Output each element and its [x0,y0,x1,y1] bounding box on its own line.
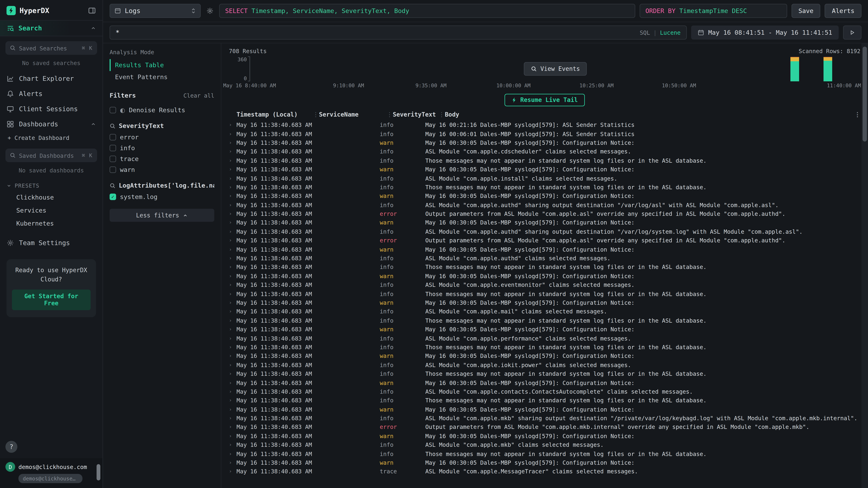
sidebar-preset-item[interactable]: Clickhouse [0,191,102,204]
log-row[interactable]: ›May 16 11:38:40.683 AMinfoASL Module "c… [229,174,860,183]
alerts-button[interactable]: Alerts [825,4,862,18]
log-row[interactable]: ›May 16 11:38:40.683 AMwarnMay 16 00:30:… [229,405,860,414]
query-settings-gear-icon[interactable] [205,6,215,16]
column-resize-handle[interactable]: ⋮ [386,111,393,118]
chevron-right-icon[interactable]: › [229,353,237,359]
chevron-right-icon[interactable]: › [229,327,237,332]
chevron-right-icon[interactable]: › [229,460,237,465]
view-events-button[interactable]: View Events [524,62,587,76]
filter-option-system.log[interactable]: ✓system.log [110,191,214,202]
run-query-button[interactable] [843,26,862,40]
column-header-severitytext[interactable]: SeverityText [393,111,438,118]
analysis-mode-option[interactable]: Event Patterns [110,71,214,83]
log-row[interactable]: ›May 16 11:38:40.683 AMinfoASL Module "c… [229,200,860,209]
log-row[interactable]: ›May 16 11:38:40.683 AMwarnMay 16 00:30:… [229,218,860,227]
chevron-right-icon[interactable]: › [229,220,237,225]
log-row[interactable]: ›May 16 11:38:40.683 AMtraceASL Module "… [229,467,860,476]
chevron-right-icon[interactable]: › [229,398,237,403]
chevron-right-icon[interactable]: › [229,469,237,474]
log-row[interactable]: ›May 16 11:38:40.683 AMinfoASL Module "c… [229,414,860,423]
log-row[interactable]: ›May 16 11:38:40.683 AMinfoThose message… [229,183,860,191]
chevron-right-icon[interactable]: › [229,122,237,128]
sql-select-input[interactable]: SELECT Timestamp, ServiceName, SeverityT… [219,4,635,18]
column-header-servicename[interactable]: ServiceName [319,111,386,118]
analysis-mode-option[interactable]: Results Table [110,59,214,71]
histogram-bar[interactable] [790,57,799,81]
chevron-right-icon[interactable]: › [229,282,237,288]
user-bar[interactable]: D demos@clickhouse.com demos@clickhouse.… [0,458,102,488]
log-row[interactable]: ›May 16 11:38:40.683 AMinfoThose message… [229,449,860,458]
chevron-right-icon[interactable]: › [229,371,237,376]
log-row[interactable]: ›May 16 11:38:40.683 AMinfoThose message… [229,396,860,405]
filter-option-trace[interactable]: trace [110,154,214,164]
help-button[interactable]: ? [5,441,18,453]
chevron-right-icon[interactable]: › [229,433,237,438]
chevron-right-icon[interactable]: › [229,380,237,385]
log-row[interactable]: ›May 16 11:38:40.683 AMinfoASL Module "c… [229,360,860,369]
sql-orderby-input[interactable]: ORDER BY TimestampTime DESC [640,4,787,18]
log-row[interactable]: ›May 16 11:38:40.683 AMerrorOutput param… [229,423,860,431]
column-header-body[interactable]: Body [445,111,860,118]
chevron-right-icon[interactable]: › [229,175,237,181]
get-started-button[interactable]: Get Started for Free [12,290,91,310]
log-row[interactable]: ›May 16 11:38:40.683 AMinfoASL Module "c… [229,387,860,396]
log-row[interactable]: ›May 16 11:38:40.683 AMinfoThose message… [229,369,860,378]
sidebar-scrollbar-thumb[interactable] [97,464,100,480]
log-row[interactable]: ›May 16 11:38:40.683 AMwarnMay 16 00:30:… [229,431,860,440]
presets-toggle[interactable]: PRESETS [0,178,102,191]
histogram-bar[interactable] [824,57,832,81]
chevron-right-icon[interactable]: › [229,424,237,430]
chevron-right-icon[interactable]: › [229,362,237,367]
source-select[interactable]: Logs [110,4,201,18]
lang-sql-option[interactable]: SQL [640,29,650,36]
chevron-right-icon[interactable]: › [229,335,237,341]
log-row[interactable]: ›May 16 11:38:40.683 AMwarnMay 16 00:30:… [229,325,860,334]
log-row[interactable]: ›May 16 11:38:40.683 AMinfoThose message… [229,156,860,165]
log-row[interactable]: ›May 16 11:38:40.683 AMwarnMay 16 00:30:… [229,458,860,467]
chevron-right-icon[interactable]: › [229,238,237,243]
chevron-right-icon[interactable]: › [229,140,237,145]
log-row[interactable]: ›May 16 11:38:40.683 AMinfoMay 16 00:06:… [229,129,860,138]
sidebar-item-team-settings[interactable]: Team Settings [0,235,102,251]
chevron-right-icon[interactable]: › [229,415,237,421]
log-row[interactable]: ›May 16 11:38:40.683 AMinfoASL Module "c… [229,440,860,449]
sidebar-item-dashboards[interactable]: Dashboards [0,117,102,132]
log-row[interactable]: ›May 16 11:38:40.683 AMerrorOutput param… [229,236,860,245]
column-header-timestamp[interactable]: Timestamp (Local) [237,111,312,118]
resume-live-tail-button[interactable]: Resume Live Tail [504,94,585,106]
denoise-results-checkbox[interactable]: ◐ Denoise Results [110,105,214,116]
log-row[interactable]: ›May 16 11:38:40.683 AMinfoASL Module "c… [229,227,860,236]
chevron-right-icon[interactable]: › [229,184,237,190]
chevron-right-icon[interactable]: › [229,389,237,394]
saved-dashboards-input[interactable]: Saved Dashboards ⌘ K [5,149,97,162]
chevron-right-icon[interactable]: › [229,264,237,270]
less-filters-button[interactable]: Less filters [110,209,214,222]
chevron-right-icon[interactable]: › [229,193,237,199]
chevron-right-icon[interactable]: › [229,309,237,314]
log-row[interactable]: ›May 16 11:38:40.683 AMinfoASL Module "c… [229,307,860,316]
sidebar-item-client-sessions[interactable]: Client Sessions [0,101,102,117]
table-options-kebab-icon[interactable]: ⋮ [855,111,860,118]
log-row[interactable]: ›May 16 11:38:40.683 AMinfoASL Module "c… [229,334,860,343]
chevron-right-icon[interactable]: › [229,255,237,261]
log-row[interactable]: ›May 16 11:38:40.683 AMinfoThose message… [229,263,860,271]
sidebar-item-alerts[interactable]: Alerts [0,86,102,101]
date-range-picker[interactable]: May 16 08:41:51 - May 16 11:41:51 [691,26,839,40]
sidebar-preset-item[interactable]: Kubernetes [0,217,102,230]
sidebar-item-chart-explorer[interactable]: Chart Explorer [0,71,102,86]
log-row[interactable]: ›May 16 11:38:40.683 AMinfoMay 16 00:21:… [229,120,860,129]
log-row[interactable]: ›May 16 11:38:40.683 AMwarnMay 16 00:30:… [229,298,860,307]
log-row[interactable]: ›May 16 11:38:40.683 AMwarnMay 16 00:30:… [229,271,860,280]
chevron-right-icon[interactable]: › [229,300,237,305]
clear-all-filters-button[interactable]: Clear all [183,92,214,99]
search-query-input[interactable]: * SQL | Lucene [110,26,687,40]
chevron-right-icon[interactable]: › [229,202,237,207]
chevron-right-icon[interactable]: › [229,406,237,412]
log-row[interactable]: ›May 16 11:38:40.683 AMwarnMay 16 00:30:… [229,138,860,147]
chevron-right-icon[interactable]: › [229,166,237,172]
column-resize-handle[interactable]: ⋮ [438,111,445,118]
chevron-right-icon[interactable]: › [229,158,237,163]
chevron-right-icon[interactable]: › [229,211,237,216]
chevron-right-icon[interactable]: › [229,451,237,456]
log-row[interactable]: ›May 16 11:38:40.683 AMinfoASL Module "c… [229,147,860,156]
